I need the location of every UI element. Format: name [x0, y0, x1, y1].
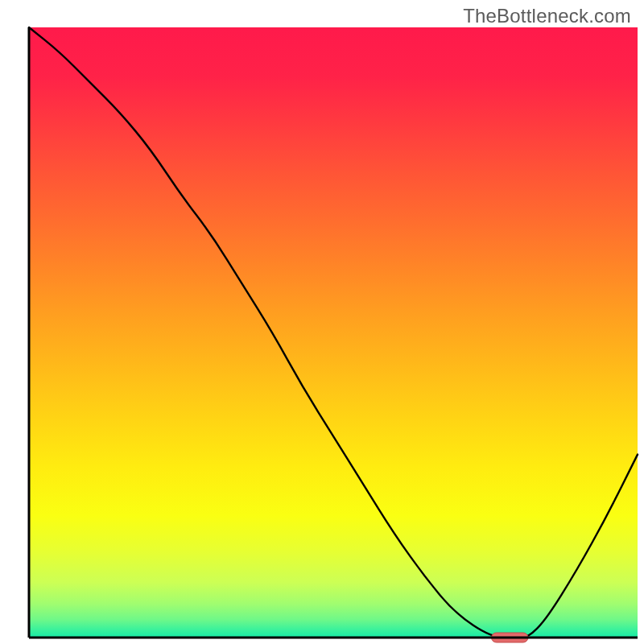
- watermark-text: TheBottleneck.com: [463, 5, 631, 27]
- bottleneck-chart: TheBottleneck.com: [0, 0, 644, 644]
- chart-svg: [0, 0, 644, 644]
- gradient-background: [29, 27, 638, 638]
